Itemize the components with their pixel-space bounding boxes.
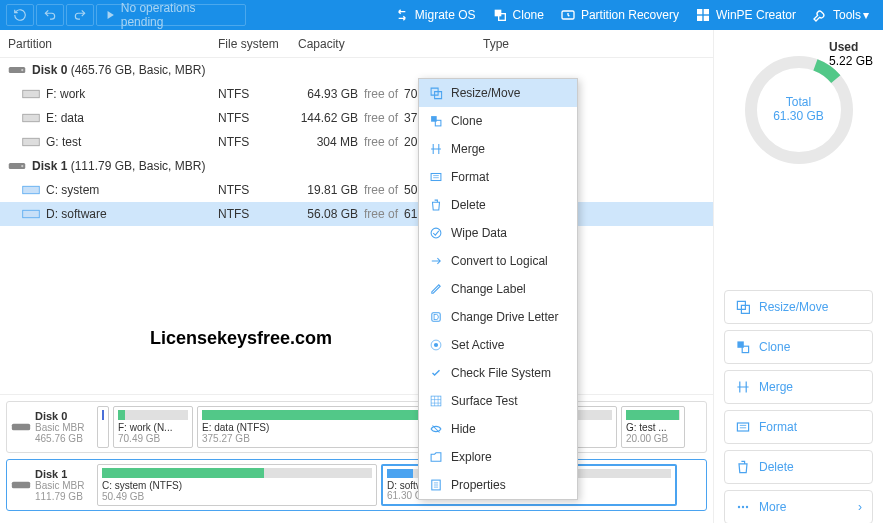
svg-rect-15 — [23, 210, 40, 218]
redo-button[interactable] — [66, 4, 94, 26]
right-panel: Used5.22 GB Total61.30 GB Resize/MoveClo… — [713, 30, 883, 523]
top-toolbar: No operations pending Migrate OS Clone P… — [0, 0, 883, 30]
partition-row[interactable]: F: work NTFS 64.93 GBfree of70.4 — [0, 82, 713, 106]
partition-recovery-button[interactable]: Partition Recovery — [552, 7, 687, 23]
ctx-change-label[interactable]: Change Label — [419, 275, 577, 303]
ctx-properties[interactable]: Properties — [419, 471, 577, 499]
svg-point-29 — [431, 228, 441, 238]
winpe-button[interactable]: WinPE Creator — [687, 7, 804, 23]
svg-rect-14 — [23, 186, 40, 194]
partition-icon — [22, 112, 40, 124]
col-filesystem[interactable]: File system — [218, 37, 298, 51]
partition-row[interactable]: E: data NTFS 144.62 GBfree of375 — [0, 106, 713, 130]
disk-map-partition[interactable]: G: test ...20.00 GB — [621, 406, 685, 448]
svg-text:D: D — [433, 312, 439, 322]
partition-row[interactable]: G: test NTFS 304 MBfree of20.0 — [0, 130, 713, 154]
disk-icon — [11, 478, 31, 492]
partition-row[interactable]: C: system NTFS 19.81 GBfree of50.4 Activ… — [0, 178, 713, 202]
svg-rect-34 — [431, 396, 441, 406]
ctx-check-file-system[interactable]: Check File System — [419, 359, 577, 387]
side-resize-move-button[interactable]: Resize/Move — [724, 290, 873, 324]
disk-icon — [8, 160, 26, 172]
clone-button[interactable]: Clone — [484, 7, 552, 23]
col-capacity[interactable]: Capacity — [298, 37, 483, 51]
pending-label: No operations pending — [121, 1, 239, 29]
column-headers: Partition File system Capacity Type — [0, 30, 713, 58]
ctx-change-drive-letter[interactable]: DChange Drive Letter — [419, 303, 577, 331]
ctx-resize-move[interactable]: Resize/Move — [419, 79, 577, 107]
svg-rect-3 — [697, 9, 702, 14]
disk-icon — [8, 64, 26, 76]
svg-rect-11 — [23, 138, 40, 146]
tools-button[interactable]: Tools▾ — [804, 7, 877, 23]
svg-rect-26 — [431, 116, 437, 122]
svg-point-24 — [742, 506, 744, 508]
ctx-delete[interactable]: Delete — [419, 191, 577, 219]
disk-icon — [11, 420, 31, 434]
chevron-right-icon: › — [858, 500, 862, 514]
partition-icon — [22, 208, 40, 220]
partition-icon — [22, 184, 40, 196]
svg-rect-4 — [704, 9, 709, 14]
col-type[interactable]: Type — [483, 37, 705, 51]
svg-point-32 — [434, 343, 438, 347]
ctx-set-active[interactable]: Set Active — [419, 331, 577, 359]
ctx-explore[interactable]: Explore — [419, 443, 577, 471]
ctx-format[interactable]: Format — [419, 163, 577, 191]
partition-row-selected[interactable]: D: software NTFS 56.08 GBfree of61.3 — [0, 202, 713, 226]
svg-point-13 — [21, 165, 23, 167]
disk-row[interactable]: Disk 1 (111.79 GB, Basic, MBR) — [0, 154, 713, 178]
svg-rect-20 — [737, 341, 743, 347]
svg-rect-6 — [704, 16, 709, 21]
partition-list: Disk 0 (465.76 GB, Basic, MBR) F: work N… — [0, 58, 713, 394]
svg-point-25 — [746, 506, 748, 508]
svg-rect-22 — [737, 423, 748, 431]
col-partition[interactable]: Partition — [8, 37, 218, 51]
ctx-surface-test[interactable]: Surface Test — [419, 387, 577, 415]
partition-icon — [22, 136, 40, 148]
side-more-button[interactable]: More› — [724, 490, 873, 523]
disk-map-partition[interactable]: C: system (NTFS)50.49 GB — [97, 464, 377, 506]
disk-map-partition[interactable]: F: work (N...70.49 GB — [113, 406, 193, 448]
disk-map-row-selected[interactable]: Disk 1Basic MBR111.79 GB C: system (NTFS… — [6, 459, 707, 511]
svg-rect-10 — [23, 114, 40, 122]
svg-point-23 — [738, 506, 740, 508]
ctx-convert-to-logical[interactable]: Convert to Logical — [419, 247, 577, 275]
disk-map-row[interactable]: Disk 0Basic MBR465.76 GB F: work (N...70… — [6, 401, 707, 453]
svg-rect-17 — [12, 482, 30, 489]
svg-rect-28 — [431, 174, 441, 181]
svg-rect-9 — [23, 90, 40, 98]
disk-row[interactable]: Disk 0 (465.76 GB, Basic, MBR) — [0, 58, 713, 82]
partition-icon — [22, 88, 40, 100]
side-merge-button[interactable]: Merge — [724, 370, 873, 404]
refresh-button[interactable] — [6, 4, 34, 26]
disk-map-area: Disk 0Basic MBR465.76 GB F: work (N...70… — [0, 394, 713, 523]
undo-button[interactable] — [36, 4, 64, 26]
side-clone-button[interactable]: Clone — [724, 330, 873, 364]
migrate-os-button[interactable]: Migrate OS — [386, 7, 484, 23]
ctx-hide[interactable]: Hide — [419, 415, 577, 443]
svg-point-8 — [21, 69, 23, 71]
side-delete-button[interactable]: Delete — [724, 450, 873, 484]
svg-rect-16 — [12, 424, 30, 431]
ctx-clone[interactable]: Clone — [419, 107, 577, 135]
disk-map-partition[interactable] — [97, 406, 109, 448]
ctx-wipe-data[interactable]: Wipe Data — [419, 219, 577, 247]
usage-donut: Total61.30 GB — [739, 50, 859, 170]
apply-button[interactable]: No operations pending — [96, 4, 246, 26]
side-format-button[interactable]: Format — [724, 410, 873, 444]
svg-rect-5 — [697, 16, 702, 21]
watermark: Licensekeysfree.com — [150, 328, 332, 349]
ctx-merge[interactable]: Merge — [419, 135, 577, 163]
context-menu: Resize/MoveCloneMergeFormatDeleteWipe Da… — [418, 78, 578, 500]
